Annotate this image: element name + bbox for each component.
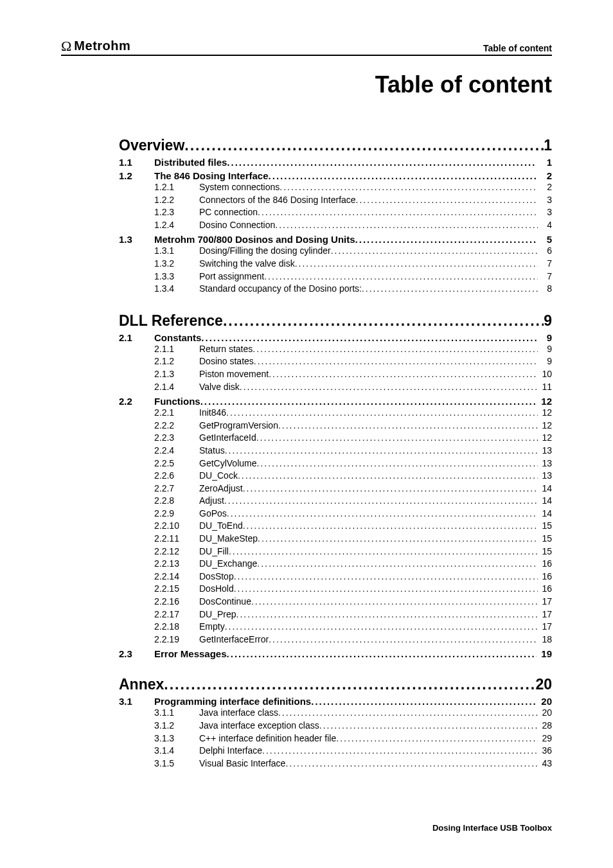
toc-leader-dots (223, 312, 544, 330)
toc-leader-dots (256, 432, 538, 445)
toc-entry: 2.2.14DosStop16 (119, 571, 552, 583)
toc-entry-number: 2.1.4 (154, 381, 199, 394)
toc-entry-title: Switching the valve disk (199, 258, 295, 270)
toc-entry-page: 14 (538, 495, 552, 508)
toc-entry-title: DU_MakeStep (199, 533, 258, 545)
toc-entry-title: Delphi Interface (199, 745, 262, 757)
toc-entry-page: 29 (538, 732, 552, 745)
toc-entry-number: 2.2.4 (154, 445, 199, 457)
toc-entry-number: 1.3.2 (154, 258, 199, 270)
toc-entry-page: 15 (538, 545, 552, 558)
toc-leader-dots (262, 745, 538, 757)
toc-entry-page: 8 (538, 283, 552, 296)
toc-entry-number: 2.2.15 (154, 583, 199, 596)
toc-leader-dots (164, 676, 535, 693)
toc-entry: 2.2.5GetCylVolume13 (119, 457, 552, 470)
page: Ω Metrohm Table of content Table of cont… (0, 0, 613, 868)
toc-leader-dots (243, 520, 538, 533)
toc-entry-number: 2.2.10 (154, 520, 199, 533)
toc-entry-page: 17 (538, 608, 552, 621)
toc-leader-dots (355, 234, 537, 245)
toc-entry-number: 1.2.3 (154, 206, 199, 219)
toc-entry-title: Adjust (199, 495, 224, 508)
toc-entry: 2.2.8Adjust14 (119, 495, 552, 508)
toc-leader-dots (264, 270, 538, 283)
toc-entry-page: 1 (537, 157, 552, 168)
toc-entry-page: 12 (537, 396, 552, 407)
toc-entry: 3.1.1Java interface class20 (119, 707, 552, 720)
toc-entry: 1.2.1System connections2 (119, 181, 552, 194)
toc-entry: 2.1.3Piston movement10 (119, 368, 552, 381)
toc-leader-dots (362, 283, 538, 296)
toc-entry-page: 1 (544, 137, 552, 154)
toc-entry: 2.2.19GetInterfaceError18 (119, 633, 552, 646)
toc-leader-dots (356, 194, 538, 207)
toc-entry-number: 3.1.5 (154, 757, 199, 770)
toc-entry-number: 3.1.4 (154, 745, 199, 757)
toc-entry-title: Valve disk (199, 381, 240, 394)
toc-leader-dots (278, 420, 538, 432)
toc-entry-page: 43 (538, 757, 552, 770)
toc-entry-page: 9 (538, 355, 552, 368)
toc-entry: 1.3.4Standard occupancy of the Dosino po… (119, 283, 552, 296)
toc-entry-page: 13 (538, 470, 552, 483)
toc-entry: 3.1.4Delphi Interface36 (119, 745, 552, 757)
toc-entry-page: 2 (538, 181, 552, 194)
toc-entry: 1.2.4Dosino Connection4 (119, 219, 552, 232)
toc-entry-title: Dosino Connection (199, 219, 275, 232)
toc-entry: 2DLL Reference9 (119, 312, 552, 330)
toc-entry-title: GetCylVolume (199, 457, 256, 470)
toc-entry-title: Piston movement (199, 368, 269, 381)
toc-leader-dots (225, 445, 538, 457)
toc-entry-page: 19 (537, 648, 552, 659)
toc-entry-title: Init846 (199, 407, 226, 420)
toc-leader-dots (234, 583, 538, 596)
toc-leader-dots (331, 245, 538, 258)
toc-leader-dots (184, 137, 544, 154)
table-of-contents: 1Overview11.1Distributed files11.2The 84… (61, 137, 552, 770)
toc-entry-number: 2.2.14 (154, 571, 199, 583)
toc-entry-title: DU_Prep (199, 608, 236, 621)
toc-entry-number: 2.1.2 (154, 355, 199, 368)
toc-entry-number: 2.2.5 (154, 457, 199, 470)
toc-entry-number: 2.1.1 (154, 343, 199, 356)
toc-leader-dots (269, 170, 537, 181)
page-header: Ω Metrohm Table of content (61, 39, 552, 56)
toc-entry-title: Dosing/Filling the dosing cylinder (199, 245, 331, 258)
toc-entry-number: 2.2.8 (154, 495, 199, 508)
toc-entry-page: 13 (538, 445, 552, 457)
toc-entry-title: ZeroAdjust (199, 483, 243, 495)
toc-leader-dots (251, 596, 538, 608)
toc-entry: 1.3.3Port assignment7 (119, 270, 552, 283)
toc-entry-title: GetInterfaceError (199, 633, 269, 646)
toc-entry-page: 36 (538, 745, 552, 757)
toc-entry-number: 2.2.13 (154, 558, 199, 571)
toc-entry-page: 5 (537, 234, 552, 245)
toc-entry: 2.2.6DU_Cock13 (119, 470, 552, 483)
toc-entry-number: 2.2.7 (154, 483, 199, 495)
toc-leader-dots (200, 396, 537, 407)
toc-entry-title: Distributed files (154, 157, 227, 168)
toc-entry: 3.1Programming interface definitions20 (119, 696, 552, 707)
toc-entry-page: 20 (538, 707, 552, 720)
toc-leader-dots (258, 206, 538, 219)
toc-entry: 2.2.10DU_ToEnd15 (119, 520, 552, 533)
toc-leader-dots (280, 181, 538, 194)
toc-entry-title: DosHold (199, 583, 234, 596)
toc-entry-number: 2.2.12 (154, 545, 199, 558)
toc-leader-dots (311, 696, 537, 707)
toc-entry-title: Port assignment (199, 270, 264, 283)
toc-entry: 1.2.2Connectors of the 846 Dosing Interf… (119, 194, 552, 207)
toc-entry-page: 11 (538, 381, 552, 394)
toc-entry: 2.2.16DosContinue17 (119, 596, 552, 608)
toc-entry-title: C++ interface definition header file (199, 732, 336, 745)
toc-entry: 2.2.9GoPos14 (119, 508, 552, 520)
toc-leader-dots (227, 648, 537, 659)
toc-entry-number: 2.1.3 (154, 368, 199, 381)
toc-entry-number: 3.1 (119, 696, 154, 707)
toc-entry-number: 2.2.11 (154, 533, 199, 545)
toc-entry: 2.2.13DU_Exchange16 (119, 558, 552, 571)
toc-entry-title: Java interface exception class (199, 720, 319, 732)
toc-entry-number: 1.2.2 (154, 194, 199, 207)
toc-entry-title: GoPos (199, 508, 227, 520)
